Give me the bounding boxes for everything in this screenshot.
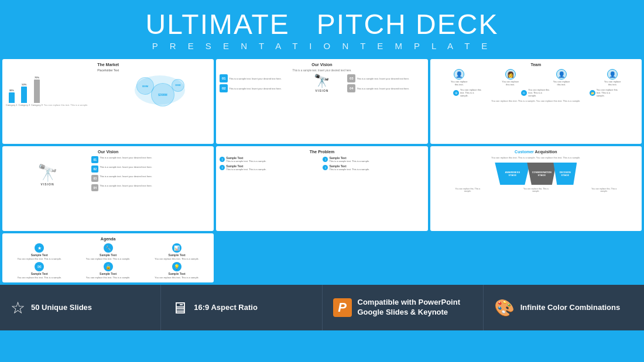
funnel-desc: You can replace this text. This is a sam… <box>434 156 638 159</box>
footer-item-ratio: 🖥 16:9 Aspect Ratio <box>161 285 322 330</box>
footer-item-slides: ☆ 50 Unique Slides <box>0 285 161 330</box>
footer-ratio-label: 16:9 Aspect Ratio <box>194 303 258 313</box>
agenda-item-5: 🔒 Sample Text You can replace this text.… <box>74 262 141 279</box>
slide4-layout: 🔭 VISION 01 This is a sample text. Inser… <box>6 156 210 192</box>
slide4-right: 01 This is a sample text. Insert your de… <box>91 156 210 192</box>
vision-item-2: 02 This is a sample text. Insert your de… <box>220 84 296 92</box>
funnel-labels: You can replace this. This a sample. You… <box>434 188 638 192</box>
slide-market-map: $99M $399M $99M <box>109 74 211 112</box>
footer-item-colors: 🎨 Infinite Color Combinations <box>484 285 644 330</box>
footer-compatible-label: Compatible with PowerPoint Google Slides… <box>358 298 472 318</box>
header: ULTIMATE PITCH DECK P R E S E N T A T I … <box>0 0 644 57</box>
title-light: PITCH DECK <box>317 9 499 40</box>
vision-layout: 01 This is a sample text. Insert your de… <box>220 74 424 92</box>
problem-item-4: ! Sample Text This is a sample text. Thi… <box>323 164 424 171</box>
footer-colors-label: Infinite Color Combinations <box>520 303 620 313</box>
title-bold: ULTIMATE <box>146 9 290 40</box>
header-subtitle: P R E S E N T A T I O N T E M P L A T E <box>0 41 644 51</box>
vision-item-1: 01 This is a sample text. Insert your de… <box>220 74 296 82</box>
slide-agenda: Agenda ★ Sample Text You can replace thi… <box>2 233 214 282</box>
bar-group-3: 70% Category 3 <box>31 76 43 106</box>
footer-item-compatible: P Compatible with PowerPoint Google Slid… <box>323 285 484 330</box>
slide-market-bars: 30% Category 1 50% Category 2 70% Catego… <box>6 74 107 106</box>
funnel: AWARENESSSTAGE CONSIDERATIONSTAGE DECISI… <box>434 162 638 185</box>
team-avatars: 👤 You can replace this text. 👩 You can r… <box>434 69 638 86</box>
problem-item-1: ! Sample Text This is a sample text. Thi… <box>220 156 321 163</box>
binoculars-icon: 🔭 <box>314 75 330 88</box>
team-feature-3: 📁 You can replace this text. This is a s… <box>590 88 619 97</box>
problem-item-2: ! Sample Text This is a sample text. Thi… <box>323 156 424 163</box>
slide-vision2-title: Our Vision <box>6 150 210 154</box>
team-desc: You can replace this text. This is a sam… <box>434 99 638 102</box>
slide-problem-title: The Problem <box>220 150 424 154</box>
bubble-3: $99M <box>172 79 184 92</box>
star-icon: ☆ <box>11 298 25 318</box>
agenda-item-1: ★ Sample Text You can replace this text.… <box>6 243 73 260</box>
footer: ☆ 50 Unique Slides 🖥 16:9 Aspect Ratio P… <box>0 285 644 330</box>
market-caption: You can replace this text. This is a sam… <box>44 104 88 106</box>
slide-team: Team 👤 You can replace this text. 👩 You … <box>430 59 642 144</box>
agenda-item-6: 💡 Sample Text You can replace this text.… <box>143 262 210 279</box>
footer-slides-label: 50 Unique Slides <box>31 303 92 313</box>
bar-3 <box>34 80 40 103</box>
avatar-3: 👤 You can replace this text. <box>553 69 570 86</box>
vision-center: 🔭 VISION <box>299 74 345 92</box>
vision-item-4: 04 This is a sample text. Insert your de… <box>347 84 424 92</box>
monitor-icon: 🖥 <box>172 298 188 318</box>
agenda-item-2: 🔧 Sample Text You can replace this text.… <box>74 243 141 260</box>
vision-left: 01 This is a sample text. Insert your de… <box>220 74 296 92</box>
vision-right: 03 This is a sample text. Insert your de… <box>347 74 424 92</box>
slide-agenda-title: Agenda <box>6 237 210 241</box>
slide-acquisition: Customer Acquisition You can replace thi… <box>430 146 642 231</box>
avatar-2: 👩 You can replace this text. <box>502 69 519 86</box>
slides-wrapper: The Market Placeholder Text 30% Category… <box>0 57 644 285</box>
header-title: ULTIMATE PITCH DECK <box>0 11 644 39</box>
slide-market: The Market Placeholder Text 30% Category… <box>2 59 214 144</box>
slide-vision-desc: This is a sample text. Insert your desir… <box>220 69 424 72</box>
avatar-1: 👤 You can replace this text. <box>450 69 468 86</box>
team-features: ⚙ You can replace this text. This is a s… <box>434 88 638 97</box>
slide-acquisition-title: Customer Acquisition <box>434 150 638 154</box>
sm-vision-3: 03 This is a sample text. Insert your de… <box>91 175 210 182</box>
slide4-left: 🔭 VISION <box>6 156 89 192</box>
bar-group-2: 50% Category 2 <box>19 83 30 106</box>
funnel-stage-1: AWARENESSSTAGE <box>495 163 530 185</box>
funnel-stage-2: CONSIDERATIONSTAGE <box>527 163 556 185</box>
bubble-2: $399M <box>151 83 174 106</box>
sm-vision-2: 02 This is a sample text. Insert your de… <box>91 166 210 173</box>
problem-grid: ! Sample Text This is a sample text. Thi… <box>220 156 424 171</box>
slide-market-subtitle: Placeholder Text <box>6 68 210 72</box>
slide-problem: The Problem ! Sample Text This is a samp… <box>216 146 427 231</box>
person-looking-icon: 🔭 <box>37 163 58 182</box>
powerpoint-icon: P <box>333 298 352 317</box>
agenda-item-3: 📊 Sample Text You can replace this text.… <box>143 243 210 260</box>
vision-label-2: VISION <box>41 182 54 186</box>
team-feature-1: ⚙ You can replace this text. This is a s… <box>453 88 482 97</box>
palette-icon: 🎨 <box>494 298 515 318</box>
agenda-grid: ★ Sample Text You can replace this text.… <box>6 243 210 279</box>
agenda-item-4: ✉ Sample Text You can replace this text.… <box>6 262 73 279</box>
avatar-4: 👤 You can replace this text. <box>604 69 621 86</box>
slide-market-title: The Market <box>6 63 210 67</box>
funnel-stage-3: DECISIONSTAGE <box>553 163 577 185</box>
vision-item-3: 03 This is a sample text. Insert your de… <box>347 74 424 82</box>
slide-vision: Our Vision This is a sample text. Insert… <box>216 59 427 144</box>
slide-vision-title: Our Vision <box>220 63 424 67</box>
slide-team-title: Team <box>434 63 638 67</box>
bar-group-1: 30% Category 1 <box>6 89 18 106</box>
team-feature-2: ✏ You can replace this text. This is a s… <box>521 88 550 97</box>
sm-vision-4: 04 This is a sample text. Insert your de… <box>91 184 210 191</box>
bar-1 <box>9 92 15 103</box>
sm-vision-1: 01 This is a sample text. Insert your de… <box>91 156 210 163</box>
vision-label: VISION <box>316 89 329 92</box>
problem-item-3: ! Sample Text This is a sample text. Thi… <box>220 164 321 171</box>
slide-vision2: Our Vision 🔭 VISION 01 This is a sample … <box>2 146 214 231</box>
slides-grid: The Market Placeholder Text 30% Category… <box>0 57 644 285</box>
bar-2 <box>21 87 27 103</box>
